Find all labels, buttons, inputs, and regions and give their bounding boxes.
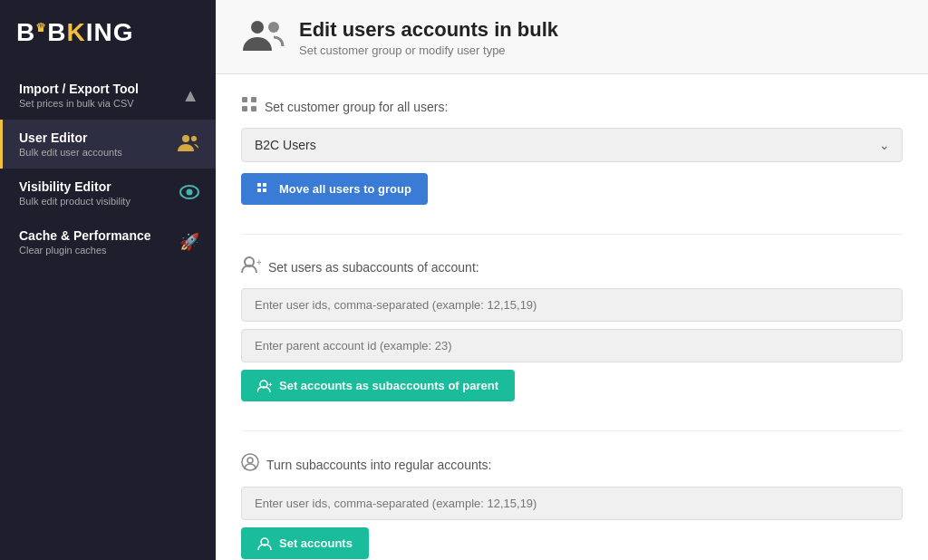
svg-rect-9 bbox=[251, 106, 256, 111]
page-title: Edit users accounts in bulk bbox=[299, 18, 558, 42]
section-regular-accounts: Turn subaccounts into regular accounts: … bbox=[241, 453, 903, 559]
rocket-icon: 🚀 bbox=[179, 232, 199, 252]
customer-group-select-wrapper: B2C Users B2B Users Wholesale VIP ⌄ bbox=[241, 128, 903, 162]
move-all-users-label: Move all users to group bbox=[279, 182, 411, 196]
divider1 bbox=[241, 234, 903, 235]
section1-title: Set customer group for all users: bbox=[265, 100, 448, 114]
customer-group-select[interactable]: B2C Users B2B Users Wholesale VIP bbox=[241, 128, 903, 162]
svg-point-19 bbox=[247, 458, 253, 463]
grid-icon bbox=[241, 96, 257, 117]
sidebar-item-cache-performance-sublabel: Clear plugin caches bbox=[19, 245, 151, 256]
svg-rect-8 bbox=[242, 106, 247, 111]
sidebar-item-import-export-content: Import / Export Tool Set prices in bulk … bbox=[19, 82, 139, 109]
svg-point-3 bbox=[187, 188, 193, 195]
sidebar-item-cache-performance-content: Cache & Performance Clear plugin caches bbox=[19, 228, 151, 256]
section-subaccounts: + Set users as subaccounts of account: +… bbox=[241, 256, 903, 401]
svg-rect-13 bbox=[263, 188, 266, 192]
sidebar-item-visibility-editor[interactable]: Visibility Editor Bulk edit product visi… bbox=[0, 169, 216, 217]
logo-text: B♛BKING bbox=[16, 18, 199, 47]
logo-king: K bbox=[66, 18, 85, 46]
set-subaccounts-label: Set accounts as subaccounts of parent bbox=[279, 379, 498, 392]
sidebar-item-visibility-editor-sublabel: Bulk edit product visibility bbox=[19, 196, 130, 207]
section2-title-row: + Set users as subaccounts of account: bbox=[241, 256, 903, 277]
page-header-text: Edit users accounts in bulk Set customer… bbox=[299, 18, 558, 57]
content-area: Set customer group for all users: B2C Us… bbox=[216, 74, 928, 560]
svg-rect-12 bbox=[257, 188, 261, 192]
svg-point-4 bbox=[251, 21, 264, 34]
logo: B♛BKING bbox=[0, 0, 216, 63]
sidebar-item-user-editor[interactable]: User Editor Bulk edit user accounts bbox=[0, 120, 216, 169]
sidebar-item-import-export[interactable]: Import / Export Tool Set prices in bulk … bbox=[0, 71, 216, 120]
eye-icon bbox=[179, 183, 199, 204]
logo-king2: ING bbox=[86, 18, 134, 46]
sidebar: B♛BKING Import / Export Tool Set prices … bbox=[0, 0, 216, 560]
set-subaccounts-button[interactable]: + Set accounts as subaccounts of parent bbox=[241, 370, 515, 401]
users-icon bbox=[178, 133, 199, 156]
sidebar-item-visibility-editor-label: Visibility Editor bbox=[19, 179, 130, 194]
page-header: Edit users accounts in bulk Set customer… bbox=[216, 0, 928, 74]
move-all-users-button[interactable]: Move all users to group bbox=[241, 173, 428, 205]
parent-account-input[interactable] bbox=[241, 329, 903, 362]
main-content: Edit users accounts in bulk Set customer… bbox=[216, 0, 928, 560]
sidebar-item-user-editor-label: User Editor bbox=[19, 130, 122, 145]
svg-rect-6 bbox=[242, 97, 247, 102]
add-subaccount-icon: + bbox=[257, 380, 272, 392]
section3-title-row: Turn subaccounts into regular accounts: bbox=[241, 453, 903, 476]
user-ids-input[interactable] bbox=[241, 288, 903, 322]
sidebar-item-user-editor-sublabel: Bulk edit user accounts bbox=[19, 147, 122, 158]
svg-rect-11 bbox=[263, 183, 266, 187]
section3-title: Turn subaccounts into regular accounts: bbox=[266, 458, 492, 472]
page-subtitle: Set customer group or modify user type bbox=[299, 43, 558, 57]
section1-title-row: Set customer group for all users: bbox=[241, 96, 903, 117]
sidebar-item-cache-performance-label: Cache & Performance bbox=[19, 228, 151, 243]
page-header-icon bbox=[241, 16, 285, 59]
set-accounts-icon bbox=[257, 537, 272, 550]
svg-text:+: + bbox=[268, 381, 272, 389]
svg-rect-7 bbox=[251, 97, 256, 102]
section2-title: Set users as subaccounts of account: bbox=[268, 260, 479, 275]
svg-point-1 bbox=[191, 136, 197, 141]
sidebar-item-import-export-label: Import / Export Tool bbox=[19, 82, 139, 96]
sidebar-nav: Import / Export Tool Set prices in bulk … bbox=[0, 63, 216, 560]
svg-point-0 bbox=[182, 135, 189, 142]
sidebar-item-cache-performance[interactable]: Cache & Performance Clear plugin caches … bbox=[0, 217, 216, 266]
divider2 bbox=[241, 430, 903, 431]
upload-icon: ▲ bbox=[181, 85, 199, 106]
sidebar-item-visibility-editor-content: Visibility Editor Bulk edit product visi… bbox=[19, 179, 130, 207]
person-circle-icon bbox=[241, 453, 259, 476]
svg-text:+: + bbox=[256, 257, 261, 267]
subaccount-ids-input[interactable] bbox=[241, 487, 903, 520]
sidebar-item-user-editor-content: User Editor Bulk edit user accounts bbox=[19, 130, 122, 158]
move-users-icon bbox=[257, 183, 272, 196]
svg-point-5 bbox=[268, 22, 279, 33]
set-accounts-label: Set accounts bbox=[279, 536, 353, 550]
section-customer-group: Set customer group for all users: B2C Us… bbox=[241, 96, 903, 205]
set-accounts-button[interactable]: Set accounts bbox=[241, 527, 369, 559]
svg-rect-10 bbox=[257, 183, 261, 187]
logo-b2b: B♛B bbox=[16, 18, 66, 46]
person-add-icon: + bbox=[241, 256, 261, 277]
sidebar-item-import-export-sublabel: Set prices in bulk via CSV bbox=[19, 98, 139, 109]
